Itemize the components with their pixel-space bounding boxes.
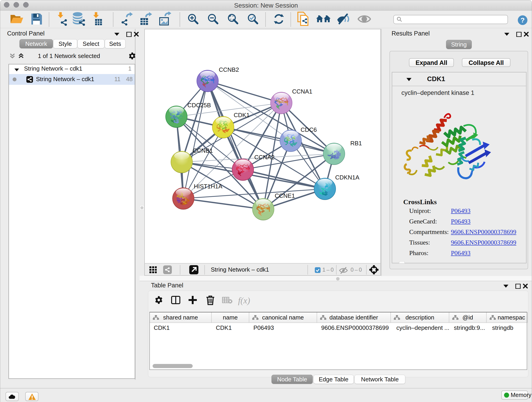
svg-text:CCNB1: CCNB1 (193, 147, 213, 154)
svg-text:CCNA2: CCNA2 (254, 154, 274, 161)
svg-text:CDK1: CDK1 (234, 112, 249, 119)
svg-text:CDC25B: CDC25B (187, 102, 211, 109)
svg-text:CCNE1: CCNE1 (275, 192, 295, 199)
svg-text:RB1: RB1 (350, 140, 362, 147)
svg-text:HIST1H1A: HIST1H1A (194, 183, 222, 190)
svg-text:CCNB2: CCNB2 (219, 66, 239, 73)
svg-text:CDC6: CDC6 (301, 126, 317, 133)
svg-text:CDKN1A: CDKN1A (335, 174, 360, 181)
svg-text:CCNA1: CCNA1 (292, 88, 312, 95)
